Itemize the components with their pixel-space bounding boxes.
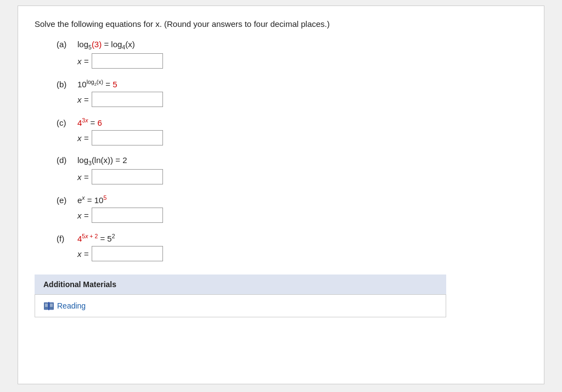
x-label-a: x = [77,57,88,66]
equation-row-f: (f) 45x + 2 = 52 [57,233,527,243]
equation-item-f: (f) 45x + 2 = 52 x = [57,233,527,261]
book-icon [44,302,54,310]
answer-input-b[interactable] [92,92,163,107]
answer-row-c: x = [77,130,527,145]
equation-text-b: 10log2(x) = 5 [77,79,117,89]
problem-statement: Solve the following equations for x. (Ro… [35,19,527,29]
part-label-d: (d) [57,155,73,165]
part-label-a: (a) [57,40,73,49]
part-label-c: (c) [57,118,73,127]
answer-input-c[interactable] [92,130,163,145]
equation-row-e: (e) ex = 105 [57,194,527,205]
svg-rect-1 [49,303,54,310]
equation-text-a: log5(3) = log4(x) [77,40,135,51]
answer-input-d[interactable] [92,169,163,184]
part-label-b: (b) [57,80,73,89]
answer-input-e[interactable] [92,208,163,223]
equation-item-d: (d) log3(ln(x)) = 2 x = [57,155,527,184]
equation-text-d: log3(ln(x)) = 2 [77,155,127,166]
reading-section: Reading [35,294,446,317]
equation-item-b: (b) 10log2(x) = 5 x = [57,79,527,107]
equation-item-a: (a) log5(3) = log4(x) x = [57,40,527,69]
equation-row-a: (a) log5(3) = log4(x) [57,40,527,51]
reading-link[interactable]: Reading [44,301,437,310]
additional-materials-header: Additional Materials [35,275,446,294]
equation-item-c: (c) 43x = 6 x = [57,117,527,145]
answer-row-d: x = [77,169,527,184]
equation-text-e: ex = 105 [77,194,106,205]
answer-input-f[interactable] [92,246,163,261]
equation-text-f: 45x + 2 = 52 [77,233,115,243]
x-label-d: x = [77,172,88,182]
reading-label: Reading [57,301,86,310]
part-label-e: (e) [57,195,73,205]
equation-item-e: (e) ex = 105 x = [57,194,527,223]
answer-row-f: x = [77,246,527,261]
equation-row-d: (d) log3(ln(x)) = 2 [57,155,527,166]
page-container: Solve the following equations for x. (Ro… [18,5,544,384]
equation-row-b: (b) 10log2(x) = 5 [57,79,527,89]
x-label-f: x = [77,249,88,259]
answer-row-e: x = [77,208,527,223]
svg-rect-2 [48,302,49,310]
svg-rect-0 [44,303,48,310]
x-label-b: x = [77,95,88,104]
x-label-e: x = [77,211,88,220]
answer-row-a: x = [77,53,527,69]
part-label-f: (f) [57,234,73,243]
answer-row-b: x = [77,92,527,107]
equation-row-c: (c) 43x = 6 [57,117,527,127]
x-label-c: x = [77,133,88,143]
answer-input-a[interactable] [92,53,163,69]
equation-text-c: 43x = 6 [77,117,102,127]
equations-container: (a) log5(3) = log4(x) x = (b) 10log2(x) … [35,40,527,261]
